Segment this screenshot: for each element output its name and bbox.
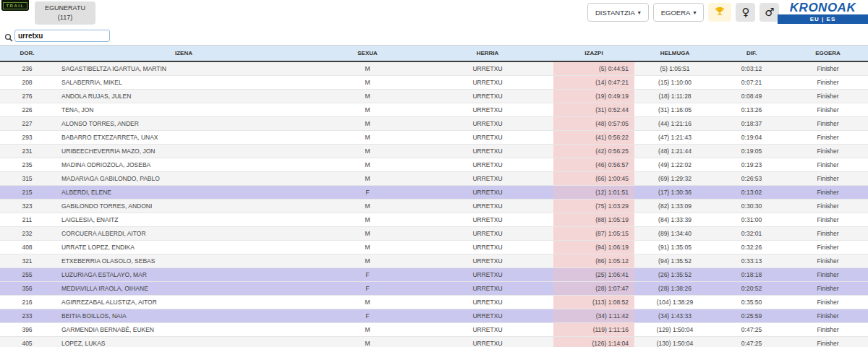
- table-row[interactable]: 226TENA, JONMURRETXU(31) 0:52:44(31) 1:1…: [0, 103, 868, 117]
- cell-herria: URRETXU: [422, 309, 553, 323]
- column-header-izazpi[interactable]: IZAZPI: [553, 46, 634, 62]
- cell-izazpi: (31) 0:52:44: [553, 103, 634, 117]
- table-body: 236SAGASTIBELTZA IGARTUA, MARTINMURRETXU…: [0, 61, 868, 347]
- cell-izena: URIBEECHEVERRIA MAZO, JON: [54, 145, 313, 158]
- table-row[interactable]: 356MEDIAVILLA IRAOLA, OIHANEFURRETXU(28)…: [0, 282, 868, 296]
- female-filter-button[interactable]: ♀: [736, 3, 755, 22]
- table-row[interactable]: 227ALONSO TORRES, ANDERMURRETXU(48) 0:57…: [0, 117, 868, 131]
- table-row[interactable]: 276ANDOLA RUJAS, JULENMURRETXU(19) 0:49:…: [0, 90, 868, 103]
- cell-helmuga: (94) 1:35:52: [634, 254, 715, 268]
- table-row[interactable]: 231URIBEECHEVERRIA MAZO, JONMURRETXU(42)…: [0, 145, 868, 158]
- cell-dif: 0:32:01: [715, 227, 788, 241]
- cell-helmuga: (82) 1:33:09: [634, 200, 715, 213]
- table-row[interactable]: 405LOPEZ, LUKASMURRETXU(126) 1:14:04(130…: [0, 337, 868, 347]
- column-header-herria[interactable]: HERRIA: [422, 46, 553, 62]
- cell-izena: ALONSO TORRES, ANDER: [54, 117, 313, 131]
- column-header-dor[interactable]: DOR.: [0, 46, 54, 62]
- table-row[interactable]: 215ALBERDI, ELENEFURRETXU(12) 1:01:51(17…: [0, 186, 868, 200]
- table-row[interactable]: 408URRATE LOPEZ, ENDIKAMURRETXU(94) 1:06…: [0, 241, 868, 254]
- cell-egoera: Finisher: [788, 145, 868, 158]
- cell-herria: URRETXU: [422, 158, 553, 172]
- update-button[interactable]: EGUNERATU (117): [35, 1, 95, 25]
- table-row[interactable]: 233BEITIA BOILLOS, NAIAFURRETXU(34) 1:11…: [0, 309, 868, 323]
- cell-herria: URRETXU: [422, 145, 553, 158]
- cell-helmuga: (34) 1:43:33: [634, 309, 715, 323]
- cell-helmuga: (48) 1:21:44: [634, 145, 715, 158]
- trail-event-logo[interactable]: TRAIL: [1, 0, 29, 11]
- cell-dif: 0:19:23: [715, 158, 788, 172]
- cell-dor: 323: [0, 200, 54, 213]
- cell-egoera: Finisher: [788, 186, 868, 200]
- cell-sexua: M: [313, 117, 422, 131]
- cell-helmuga: (5) 1:05:51: [634, 61, 715, 76]
- status-dropdown[interactable]: EGOERA ▾: [653, 3, 705, 22]
- cell-helmuga: (18) 1:11:28: [634, 90, 715, 103]
- cell-egoera: Finisher: [788, 268, 868, 282]
- cell-dor: 211: [0, 213, 54, 227]
- cell-egoera: Finisher: [788, 200, 868, 213]
- distance-dropdown[interactable]: DISTANTZIA ▾: [587, 3, 649, 22]
- cell-dor: 232: [0, 227, 54, 241]
- male-filter-button[interactable]: ♂: [760, 3, 779, 22]
- cell-dif: 0:19:04: [715, 131, 788, 145]
- cell-herria: URRETXU: [422, 131, 553, 145]
- table-row[interactable]: 232CORCUERA ALBERDI, AITORMURRETXU(87) 1…: [0, 227, 868, 241]
- cell-dor: 215: [0, 186, 54, 200]
- cell-herria: URRETXU: [422, 200, 553, 213]
- cell-dif: 0:19:05: [715, 145, 788, 158]
- table-row[interactable]: 293BABARRO ETXEZARRETA, UNAXMURRETXU(41)…: [0, 131, 868, 145]
- cell-izazpi: (28) 1:07:47: [553, 282, 634, 296]
- cell-egoera: Finisher: [788, 296, 868, 309]
- cell-herria: URRETXU: [422, 186, 553, 200]
- search-input[interactable]: [14, 30, 110, 42]
- table-row[interactable]: 321ETXEBERRIA OLASOLO, SEBASMURRETXU(86)…: [0, 254, 868, 268]
- column-header-sexua[interactable]: SEXUA: [313, 46, 422, 62]
- update-count: (117): [58, 14, 72, 21]
- cell-dor: 216: [0, 296, 54, 309]
- language-switcher[interactable]: EU | ES: [778, 14, 868, 24]
- table-row[interactable]: 208SALABERRIA, MIKELMURRETXU(14) 0:47:21…: [0, 76, 868, 90]
- table-row[interactable]: 396GARMENDIA BERNABÉ, EUKENMURRETXU(119)…: [0, 323, 868, 337]
- table-row[interactable]: 255LUZURIAGA ESTALAYO, MARFURRETXU(25) 1…: [0, 268, 868, 282]
- cell-izazpi: (46) 0:56:57: [553, 158, 634, 172]
- table-row[interactable]: 211LAIGLESIA, ENAITZMURRETXU(88) 1:05:19…: [0, 213, 868, 227]
- cell-herria: URRETXU: [422, 254, 553, 268]
- cell-dif: 0:13:02: [715, 186, 788, 200]
- cell-izena: GABILONDO TORRES, ANDONI: [54, 200, 313, 213]
- cell-izena: LOPEZ, LUKAS: [54, 337, 313, 347]
- cell-dif: 0:03:12: [715, 61, 788, 76]
- cell-helmuga: (69) 1:29:32: [634, 172, 715, 186]
- cell-herria: URRETXU: [422, 296, 553, 309]
- table-row[interactable]: 235MADINA ODRIOZOLA, JOSEBAMURRETXU(46) …: [0, 158, 868, 172]
- cell-dor: 356: [0, 282, 54, 296]
- table-row[interactable]: 323GABILONDO TORRES, ANDONIMURRETXU(75) …: [0, 200, 868, 213]
- cell-herria: URRETXU: [422, 227, 553, 241]
- column-header-izena[interactable]: IZENA: [54, 46, 313, 62]
- cell-dif: 0:47:25: [715, 337, 788, 347]
- cell-izazpi: (5) 0:44:51: [553, 61, 634, 76]
- distance-dropdown-label: DISTANTZIA: [595, 9, 635, 17]
- table-row[interactable]: 216AGIRREZABAL ALUSTIZA, AITORMURRETXU(1…: [0, 296, 868, 309]
- cell-izena: MADARIAGA GABILONDO, PABLO: [54, 172, 313, 186]
- cell-dor: 293: [0, 131, 54, 145]
- cell-dor: 321: [0, 254, 54, 268]
- column-header-dif[interactable]: DIF.: [715, 46, 788, 62]
- cell-egoera: Finisher: [788, 158, 868, 172]
- cell-izena: LAIGLESIA, ENAITZ: [54, 213, 313, 227]
- cell-helmuga: (47) 1:21:43: [634, 131, 715, 145]
- table-row[interactable]: 315MADARIAGA GABILONDO, PABLOMURRETXU(66…: [0, 172, 868, 186]
- cell-sexua: M: [313, 254, 422, 268]
- kronoak-logo-text: KRONOAK: [778, 0, 868, 14]
- column-header-egoera[interactable]: EGOERA: [788, 46, 868, 62]
- cell-izazpi: (48) 0:57:05: [553, 117, 634, 131]
- trail-event-logo-text: TRAIL: [3, 2, 27, 9]
- trophy-filter-button[interactable]: [708, 3, 731, 22]
- column-header-helmuga[interactable]: HELMUGA: [634, 46, 715, 62]
- cell-egoera: Finisher: [788, 61, 868, 76]
- cell-dif: 0:13:26: [715, 103, 788, 117]
- cell-herria: URRETXU: [422, 76, 553, 90]
- table-row[interactable]: 236SAGASTIBELTZA IGARTUA, MARTINMURRETXU…: [0, 61, 868, 76]
- cell-dor: 255: [0, 268, 54, 282]
- cell-izazpi: (86) 1:05:12: [553, 254, 634, 268]
- kronoak-logo[interactable]: KRONOAK EU | ES: [778, 0, 868, 24]
